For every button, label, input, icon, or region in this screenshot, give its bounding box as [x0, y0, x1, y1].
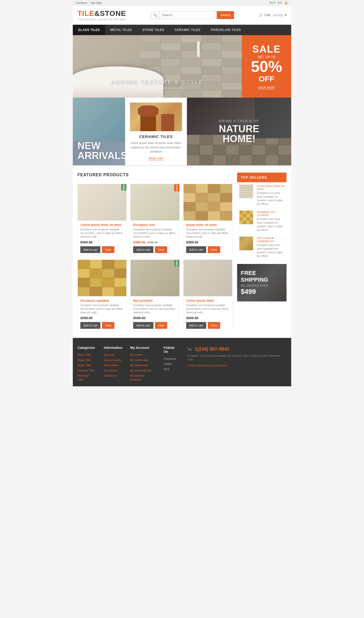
follow-fb-link[interactable]: Facebook	[164, 357, 176, 360]
add-to-cart-2[interactable]: Add to cart	[133, 246, 153, 253]
info-new-link[interactable]: New products	[104, 358, 121, 362]
product-name-4[interactable]: Occaecat cupidatat	[80, 299, 124, 302]
cat-porcelain: Porcelain Tiles	[77, 374, 96, 381]
ceramic-desc: Lorem ipsum dolor sit amet conse ctetur …	[130, 141, 182, 154]
acc-addresses-link[interactable]: My addresses	[130, 364, 148, 367]
search-icon: 🔍	[151, 11, 160, 19]
follow-rss: RSS	[164, 367, 180, 371]
acc-favorites-link[interactable]: My favorite products	[130, 374, 144, 381]
categories-title: Categories	[77, 346, 96, 350]
product-price-3: $589.66	[186, 240, 230, 244]
free-shipping-desc: ON ORDERS OVER	[241, 284, 283, 287]
nav-ceramic-tiles[interactable]: CERAMIC TILES	[169, 25, 206, 35]
header: TILE&STONE THE BIGGEST CHOICE ON THE WEB…	[73, 6, 291, 25]
product-price-2: $489.96 $589.66	[133, 240, 177, 244]
cart-icon: 🛒	[259, 13, 263, 17]
acc-orders-link[interactable]: My orders	[130, 353, 143, 356]
top-bar-left: Contacts Site Map	[76, 1, 105, 4]
nature-headline-1: NATURE	[219, 124, 259, 134]
follow-rss-link[interactable]: RSS	[164, 368, 170, 371]
cat-glass-link[interactable]: Glass Tiles	[77, 353, 92, 356]
info-specials-link[interactable]: Specials	[104, 353, 115, 356]
add-to-cart-6[interactable]: Add to cart	[186, 322, 206, 329]
follow-twitter-link[interactable]: Twitter	[164, 362, 172, 365]
ceramic-link[interactable]: Shop now!	[148, 156, 163, 160]
product-name-2[interactable]: Excepteur sint	[133, 223, 177, 227]
categories-list: Glass Tiles Metal Tiles Stone Tiles Cera…	[77, 353, 96, 381]
acc-info-link[interactable]: My personal info	[130, 369, 151, 372]
seller-img-2	[239, 210, 253, 224]
new-arrivals-line1: NEW	[77, 141, 125, 151]
promo-new-arrivals: NEW ARRIVALS	[73, 98, 125, 165]
info-best-link[interactable]: Best sellers	[104, 364, 119, 367]
cart-status: (empty)	[273, 13, 283, 17]
product-name-1[interactable]: Lorem ipsum dolor sit amet	[80, 223, 124, 227]
cat-porcelain-link[interactable]: Porcelain Tiles	[77, 374, 89, 381]
sitemap-link[interactable]: Site Map	[90, 1, 102, 4]
new-arrivals-line2: ARRIVALS	[77, 151, 125, 161]
search-button[interactable]: Search	[217, 11, 234, 19]
footer: Categories Glass Tiles Metal Tiles Stone…	[73, 338, 291, 386]
promo-row: NEW ARRIVALS CERAMIC TILES Lorem ipsum d…	[73, 98, 291, 165]
product-card-3: Ipsum dolor sit amet Excepteur sint occa…	[183, 184, 232, 256]
info-contact-link[interactable]: Contact us	[104, 374, 118, 377]
products-main: FEATURED PRODUCTS NEW Lorem ipsum dolor …	[77, 173, 232, 332]
cart-area[interactable]: 🛒 Cart: (empty) ▾	[259, 13, 287, 17]
products-grid: NEW Lorem ipsum dolor sit amet Excepteur…	[77, 184, 232, 332]
product-name-5[interactable]: Non proident	[133, 299, 177, 302]
cat-metal-link[interactable]: Metal Tiles	[77, 358, 91, 362]
product-price-6: $589.66	[186, 316, 230, 320]
top-bar: Contacts Site Map En ▾ $ ▾ 🔒	[73, 0, 291, 6]
nav-glass-tiles[interactable]: GLASS TILES	[73, 25, 105, 35]
view-5[interactable]: View	[155, 322, 167, 329]
shop-now-link[interactable]: SHOP NOW!	[258, 86, 275, 89]
logo-tagline: THE BIGGEST CHOICE ON THE WEB	[77, 18, 126, 21]
account-title: My Account	[130, 346, 156, 350]
nature-headline-2: HOME!	[223, 134, 256, 144]
nav-stone-tiles[interactable]: STONE TILES	[137, 25, 169, 35]
seller-name-2[interactable]: Excepteur sint occaecat	[257, 210, 284, 217]
cat-stone: Stone Tiles	[77, 363, 96, 367]
cart-dropdown-icon[interactable]: ▾	[285, 13, 287, 17]
free-shipping-line2: SHIPPING	[241, 276, 283, 283]
follow-title: Follow us	[164, 346, 180, 354]
product-name-3[interactable]: Ipsum dolor sit amet	[186, 223, 230, 227]
cat-ceramic: Ceramic Tiles	[77, 368, 96, 372]
cat-ceramic-link[interactable]: Ceramic Tiles	[77, 369, 95, 372]
footer-information: Information Specials New products Best s…	[104, 346, 122, 383]
view-3[interactable]: View	[208, 246, 220, 253]
contacts-link[interactable]: Contacts	[76, 1, 87, 4]
seller-info-2: Excepteur sint occaecat Excepteur sint o…	[255, 210, 284, 232]
view-2[interactable]: View	[155, 246, 167, 253]
product-name-6[interactable]: Lorem ipsum dolor	[186, 299, 230, 302]
lock-icon[interactable]: 🔒	[284, 1, 288, 4]
seller-item-3: Sint occaecat cupidatat non Excepteur si…	[237, 234, 287, 260]
add-to-cart-1[interactable]: Add to cart	[80, 246, 100, 253]
view-4[interactable]: View	[102, 322, 114, 329]
footer-categories: Categories Glass Tiles Metal Tiles Stone…	[77, 346, 96, 383]
free-shipping-box: FREE SHIPPING ON ORDERS OVER $499	[237, 264, 287, 301]
language-selector[interactable]: En ▾	[269, 1, 275, 4]
logo[interactable]: TILE&STONE THE BIGGEST CHOICE ON THE WEB	[77, 9, 126, 21]
product-card-4: Occaecat cupidatat Excepteur sint occaec…	[77, 260, 127, 332]
product-card-1: NEW Lorem ipsum dolor sit amet Excepteur…	[77, 184, 127, 256]
add-to-cart-3[interactable]: Add to cart	[186, 246, 206, 253]
add-to-cart-5[interactable]: Add to cart	[133, 322, 153, 329]
footer-account: My Account My orders My credit slips My …	[130, 346, 156, 383]
logo-title: TILE&STONE	[77, 9, 126, 18]
currency-selector[interactable]: $ ▾	[278, 1, 282, 4]
view-6[interactable]: View	[208, 322, 220, 329]
cat-stone-link[interactable]: Stone Tiles	[77, 364, 92, 367]
search-input[interactable]	[160, 11, 217, 19]
view-1[interactable]: View	[102, 246, 114, 253]
acc-credits-link[interactable]: My credit slips	[130, 358, 148, 362]
seller-name-3[interactable]: Sint occaecat cupidatat non	[257, 236, 284, 243]
info-stores-link[interactable]: Our stores	[104, 369, 117, 372]
info-specials: Specials	[104, 353, 122, 357]
add-to-cart-4[interactable]: Add to cart	[80, 322, 100, 329]
seller-img-3	[239, 236, 253, 250]
seller-name-1[interactable]: Lorem ipsum dolor sit amet	[257, 184, 284, 191]
product-badge-2: SALE	[174, 184, 179, 191]
nav-porcelain-tiles[interactable]: PORCELAIN TILES	[206, 25, 246, 35]
nav-metal-tiles[interactable]: METAL TILES	[105, 25, 137, 35]
